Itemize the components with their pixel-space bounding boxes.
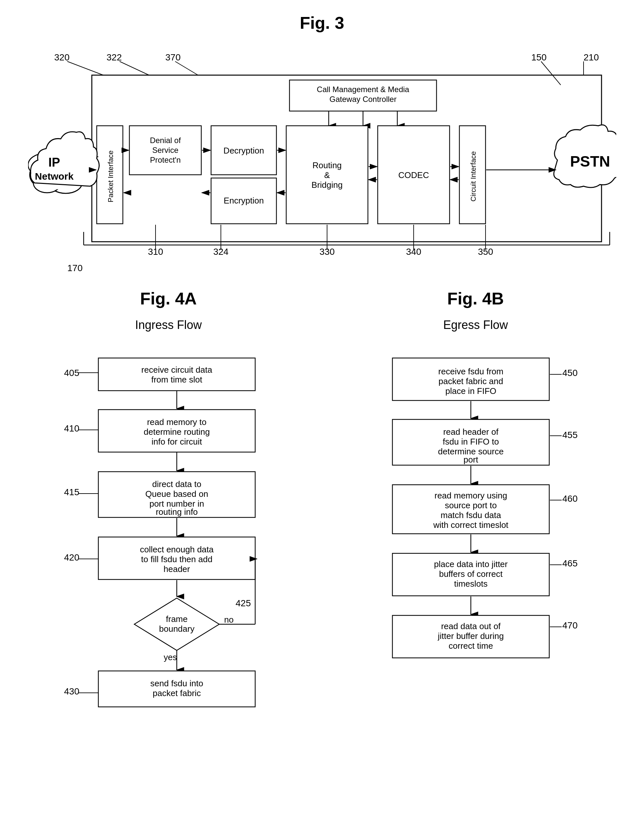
text-455-4: port	[463, 455, 478, 465]
text-410-3: info for circuit	[151, 437, 202, 447]
text-470-2: jitter buffer during	[437, 631, 504, 641]
text-420-3: header	[163, 564, 190, 574]
text-470-3: correct time	[449, 641, 493, 651]
codec-text: CODEC	[398, 170, 429, 180]
denial-text3: Protect'n	[150, 156, 181, 164]
ip-network-text1: IP	[48, 156, 60, 169]
no-label: no	[224, 615, 234, 624]
ref-170: 170	[67, 263, 83, 273]
text-470-1: read data out of	[441, 621, 501, 631]
text-455-2: fsdu in FIFO to	[443, 437, 499, 447]
label-455: 455	[562, 430, 578, 440]
label-470: 470	[562, 620, 578, 630]
fig3-title: Fig. 3	[26, 13, 618, 33]
ref-370-label: 370	[165, 52, 181, 62]
text-460-2: source port to	[445, 500, 497, 510]
routing-text1: Routing	[312, 161, 342, 170]
label-415: 415	[64, 487, 80, 497]
diamond-text-425-2: boundary	[159, 624, 194, 634]
text-415-4: routing info	[156, 507, 198, 517]
routing-text2: &	[324, 170, 330, 180]
label-425: 425	[236, 598, 251, 608]
label-465: 465	[562, 558, 578, 568]
text-465-3: timeslots	[454, 579, 488, 589]
ref-320-label: 320	[54, 52, 70, 62]
label-430: 430	[64, 686, 80, 696]
text-450-1: receive fsdu from	[438, 366, 503, 376]
diamond-text-425-1: frame	[166, 614, 187, 624]
decryption-text: Decryption	[223, 146, 264, 156]
svg-line-4	[120, 61, 149, 75]
text-430-1: send fsdu into	[150, 678, 203, 688]
yes-label: yes	[164, 652, 177, 662]
text-455-1: read header of	[443, 427, 499, 437]
fig4-container: Fig. 4A Ingress Flow 405	[28, 289, 616, 831]
circuit-interface-text: Circuit Interface	[469, 151, 477, 202]
text-450-3: place in FIFO	[445, 386, 496, 396]
text-460-1: read memory using	[434, 490, 507, 500]
fig4b-section: Fig. 4B Egress Flow receive fsdu from pa…	[335, 289, 616, 831]
svg-line-7	[541, 61, 561, 85]
text-460-3: match fsdu data	[440, 510, 501, 520]
label-460: 460	[562, 494, 578, 504]
fig3-svg: 320 322 370 210 150 Call Management & Me…	[28, 43, 616, 278]
text-410-2: determine routing	[143, 427, 209, 437]
page-container: Fig. 3 320 322 370	[0, 0, 644, 831]
label-420: 420	[64, 552, 80, 562]
text-410-1: read memory to	[147, 417, 206, 427]
text-415-2: Queue based on	[145, 489, 208, 499]
fig4b-svg: receive fsdu from packet fabric and plac…	[353, 348, 598, 831]
encryption-text: Encryption	[223, 196, 264, 205]
text-460-4: with correct timeslot	[433, 520, 509, 530]
svg-line-5	[175, 61, 198, 75]
fig4b-title: Fig. 4B	[447, 289, 504, 308]
ip-network-text2: Network	[35, 171, 73, 181]
text-430-2: packet fabric	[153, 688, 201, 698]
call-mgmt-text2: Gateway Controller	[329, 95, 396, 103]
fig4a-title: Fig. 4A	[140, 289, 197, 308]
ref-210-label: 210	[583, 52, 599, 62]
ref-322-label: 322	[107, 52, 122, 62]
text-465-2: buffers of correct	[439, 569, 502, 579]
text-465-1: place data into jitter	[434, 559, 508, 569]
fig4b-subtitle: Egress Flow	[443, 318, 508, 332]
fig4a-svg: 405 receive circuit data from time slot …	[46, 348, 291, 831]
svg-line-3	[67, 61, 103, 75]
fig4a-subtitle: Ingress Flow	[135, 318, 202, 332]
label-410: 410	[64, 423, 80, 433]
text-405-2: from time slot	[151, 375, 202, 384]
fig3-diagram: 320 322 370 210 150 Call Management & Me…	[28, 43, 616, 279]
text-420-2: to fill fsdu then add	[141, 554, 212, 564]
text-405-1: receive circuit data	[141, 365, 212, 375]
pstn-text: PSTN	[570, 153, 610, 170]
label-405: 405	[64, 368, 80, 378]
text-420-1: collect enough data	[140, 544, 214, 554]
text-450-2: packet fabric and	[438, 376, 503, 386]
fig4a-section: Fig. 4A Ingress Flow 405	[28, 289, 309, 831]
ref-150-label: 150	[531, 52, 547, 62]
call-mgmt-text1: Call Management & Media	[317, 85, 409, 94]
denial-text2: Service	[152, 146, 178, 154]
label-450: 450	[562, 368, 578, 378]
denial-text1: Denial of	[150, 136, 181, 145]
packet-interface-text: Packet Interface	[107, 151, 115, 202]
routing-text3: Bridging	[311, 180, 343, 190]
text-415-1: direct data to	[152, 479, 201, 489]
